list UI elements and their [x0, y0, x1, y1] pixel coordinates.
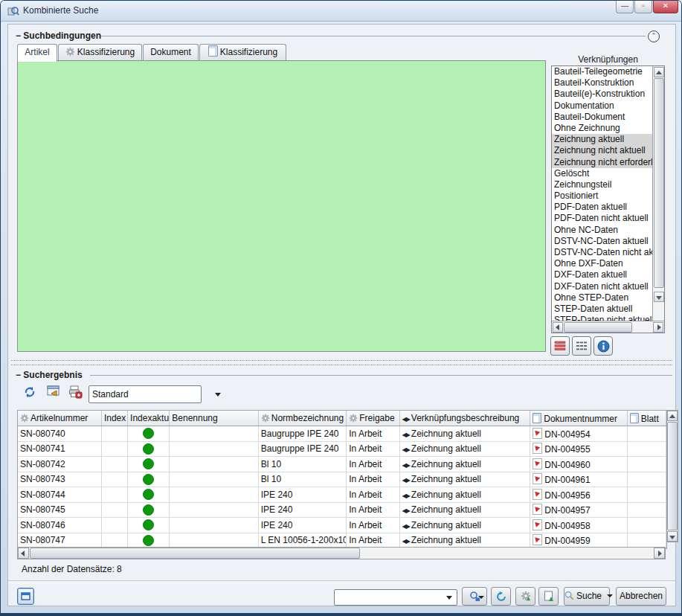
scrollbar-thumb[interactable]	[30, 548, 360, 559]
cell-freigabe[interactable]: In Arbeit	[347, 518, 399, 533]
list-item[interactable]: Dokumentation	[552, 100, 652, 112]
cell-index[interactable]	[101, 487, 127, 503]
cell-verknuepfung[interactable]: ◀▶Zeichnung aktuell	[399, 487, 530, 503]
title-bar[interactable]: Kombinierte Suche — ▫ ✕	[1, 1, 681, 22]
column-header-freigabe[interactable]: Freigabe	[347, 411, 399, 426]
links-all-red-button[interactable]	[550, 336, 570, 356]
scroll-up-button[interactable]	[654, 67, 664, 77]
cell-indexaktuell[interactable]	[128, 502, 170, 518]
print-results-button[interactable]	[67, 385, 83, 402]
cell-freigabe[interactable]: In Arbeit	[347, 487, 399, 503]
list-item[interactable]: Gelöscht	[552, 168, 652, 179]
list-item[interactable]: Zeichnung aktuell	[552, 134, 652, 145]
layout-combo-arrow[interactable]	[215, 393, 221, 397]
cell-dokumentnummer[interactable]: DN-004954	[530, 426, 628, 442]
table-row[interactable]: SN-080741Baugruppe IPE 240In Arbeit◀▶Zei…	[18, 441, 666, 457]
cell-benennung[interactable]	[170, 457, 258, 472]
cell-benennung[interactable]	[170, 472, 258, 487]
refresh-results-button[interactable]	[22, 385, 38, 402]
cell-index[interactable]	[101, 502, 127, 518]
refresh-query-button[interactable]	[491, 587, 511, 606]
cell-blatt[interactable]	[627, 533, 666, 548]
tab-artikel[interactable]: Artikel	[17, 44, 57, 62]
list-item[interactable]: PDF-Daten aktuell	[552, 202, 652, 213]
list-item[interactable]: Zeichnungsteil	[552, 179, 652, 190]
cell-blatt[interactable]	[627, 457, 666, 472]
scroll-left-button[interactable]	[18, 548, 29, 559]
cell-indexaktuell[interactable]	[128, 487, 170, 503]
list-item[interactable]: DSTV-NC-Daten aktuell	[552, 236, 652, 247]
list-item[interactable]: DXF-Daten nicht aktuell	[552, 281, 652, 292]
table-row[interactable]: SN-080744IPE 240In Arbeit◀▶Zeichnung akt…	[18, 487, 666, 503]
column-header-artikelnummer[interactable]: Artikelnummer	[18, 411, 101, 426]
cell-freigabe[interactable]: In Arbeit	[347, 533, 399, 548]
cell-blatt[interactable]	[627, 472, 666, 487]
column-header-normbezeichnung[interactable]: Normbezeichnung	[258, 411, 346, 426]
list-vertical-scrollbar[interactable]	[652, 66, 664, 321]
cell-dokumentnummer[interactable]: DN-004959	[530, 533, 628, 548]
scrollbar-thumb[interactable]	[564, 322, 632, 333]
cell-blatt[interactable]	[627, 487, 666, 503]
minimize-button[interactable]: —	[616, 1, 634, 13]
list-item[interactable]: Ohne DXF-Daten	[552, 258, 652, 269]
cell-blatt[interactable]	[627, 502, 666, 518]
links-info-button[interactable]	[593, 336, 613, 356]
cell-dokumentnummer[interactable]: DN-004957	[530, 502, 628, 518]
links-none-button[interactable]	[572, 336, 591, 356]
cell-artikelnummer[interactable]: SN-080746	[18, 518, 101, 533]
saved-query-combobox[interactable]	[334, 589, 457, 606]
cell-normbezeichnung[interactable]: Baugruppe IPE 240	[258, 426, 346, 442]
cell-benennung[interactable]	[170, 533, 258, 548]
cell-normbezeichnung[interactable]: L EN 10056-1-200x100x12	[258, 533, 346, 548]
cell-indexaktuell[interactable]	[128, 533, 170, 548]
result-layout-combobox[interactable]: Standard	[89, 385, 202, 403]
cell-normbezeichnung[interactable]: IPE 240	[258, 502, 346, 518]
cell-index[interactable]	[101, 426, 127, 442]
restore-button[interactable]: ▫	[634, 1, 652, 13]
cell-freigabe[interactable]: In Arbeit	[347, 457, 399, 472]
collapse-suchbedingungen-button[interactable]: ⌃	[648, 31, 660, 42]
cell-dokumentnummer[interactable]: DN-004956	[530, 487, 628, 503]
cell-indexaktuell[interactable]	[128, 518, 170, 533]
cell-benennung[interactable]	[170, 426, 258, 442]
cell-verknuepfung[interactable]: ◀▶Zeichnung aktuell	[399, 441, 530, 457]
tab-klassifizierung-dokument[interactable]: Klassifizierung	[199, 44, 286, 61]
list-item[interactable]: Bauteil-Konstruktion	[552, 77, 652, 89]
list-item[interactable]: Positioniert	[552, 190, 652, 202]
scroll-down-button[interactable]	[667, 531, 678, 542]
cell-normbezeichnung[interactable]: IPE 240	[258, 487, 346, 503]
table-row[interactable]: SN-080742Bl 10In Arbeit◀▶Zeichnung aktue…	[18, 457, 666, 472]
scroll-left-button[interactable]	[553, 322, 563, 333]
table-horizontal-scrollbar[interactable]	[17, 547, 666, 559]
list-item[interactable]: DXF-Daten aktuell	[552, 269, 652, 280]
cell-benennung[interactable]	[170, 502, 258, 518]
cell-index[interactable]	[101, 457, 127, 472]
cell-verknuepfung[interactable]: ◀▶Zeichnung aktuell	[399, 502, 530, 518]
list-item[interactable]: Bauteil(e)-Konstruktion	[552, 89, 652, 100]
scroll-down-button[interactable]	[654, 292, 664, 302]
splitter[interactable]	[11, 360, 672, 365]
cell-blatt[interactable]	[627, 518, 666, 533]
cell-benennung[interactable]	[170, 441, 258, 457]
cell-artikelnummer[interactable]: SN-080745	[18, 502, 101, 518]
save-query-button[interactable]	[462, 587, 487, 606]
cell-verknuepfung[interactable]: ◀▶Zeichnung aktuell	[399, 518, 530, 533]
cell-normbezeichnung[interactable]: Bl 10	[258, 472, 346, 487]
cell-dokumentnummer[interactable]: DN-004961	[530, 472, 628, 487]
cell-indexaktuell[interactable]	[128, 441, 170, 457]
cell-blatt[interactable]	[627, 426, 666, 442]
table-row[interactable]: SN-080747L EN 10056-1-200x100x12In Arbei…	[18, 533, 666, 548]
column-header-index[interactable]: Index	[101, 411, 127, 426]
list-item[interactable]: Zeichnung nicht aktuell	[552, 145, 652, 156]
cell-dokumentnummer[interactable]: DN-004960	[530, 457, 628, 472]
column-header-indexaktuell[interactable]: Indexaktuell	[128, 411, 170, 426]
list-item[interactable]: DSTV-NC-Daten nicht aktuell	[552, 247, 652, 258]
list-item[interactable]: Zeichnung nicht erforderlich	[552, 157, 652, 168]
cell-indexaktuell[interactable]	[128, 426, 170, 442]
verknuepfungen-listbox[interactable]: Bauteil-TeilegeometrieBauteil-Konstrukti…	[551, 65, 665, 333]
list-item[interactable]: STEP-Daten aktuell	[552, 304, 652, 315]
scrollbar-thumb[interactable]	[667, 422, 678, 530]
table-row[interactable]: SN-080745IPE 240In Arbeit◀▶Zeichnung akt…	[18, 502, 666, 518]
cell-index[interactable]	[101, 441, 127, 457]
cell-normbezeichnung[interactable]: Bl 10	[258, 457, 346, 472]
